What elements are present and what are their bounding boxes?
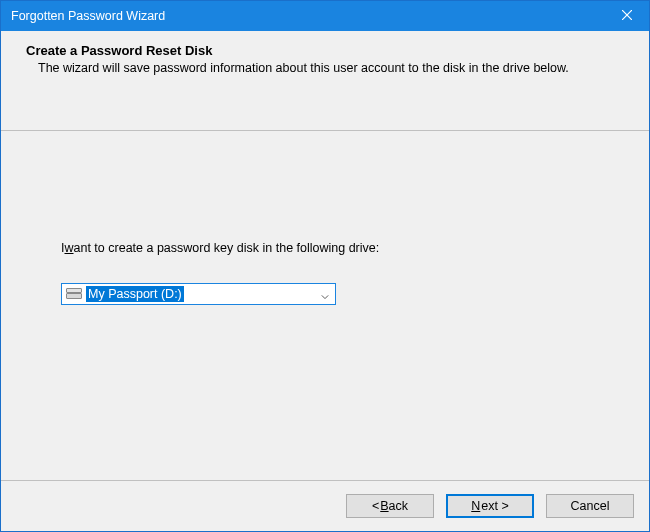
back-hotkey: B [380, 499, 388, 513]
chevron-down-icon [321, 290, 329, 298]
cancel-label: Cancel [571, 499, 610, 513]
next-post: ext > [481, 499, 508, 513]
drive-icon [66, 288, 82, 300]
back-button[interactable]: < Back [346, 494, 434, 518]
instruction-post: ant to create a password key disk in the… [74, 241, 380, 255]
close-button[interactable] [604, 1, 649, 31]
window-title: Forgotten Password Wizard [11, 9, 604, 23]
titlebar: Forgotten Password Wizard [1, 1, 649, 31]
footer-pane: < Back Next > Cancel [1, 480, 649, 531]
drive-selected-label: My Passport (D:) [86, 286, 184, 302]
page-heading: Create a Password Reset Disk [26, 43, 629, 58]
next-hotkey: N [471, 499, 480, 513]
next-button[interactable]: Next > [446, 494, 534, 518]
instruction-hotkey: w [64, 241, 73, 255]
drive-instruction: Iwant to create a password key disk in t… [61, 241, 589, 255]
close-icon [622, 9, 632, 23]
cancel-button[interactable]: Cancel [546, 494, 634, 518]
header-pane: Create a Password Reset Disk The wizard … [1, 31, 649, 131]
back-lead: < [372, 499, 379, 513]
body-pane: Iwant to create a password key disk in t… [1, 131, 649, 480]
wizard-window: Forgotten Password Wizard Create a Passw… [0, 0, 650, 532]
page-subheading: The wizard will save password informatio… [38, 60, 598, 77]
drive-select[interactable]: My Passport (D:) [61, 283, 336, 305]
back-post: ack [389, 499, 408, 513]
